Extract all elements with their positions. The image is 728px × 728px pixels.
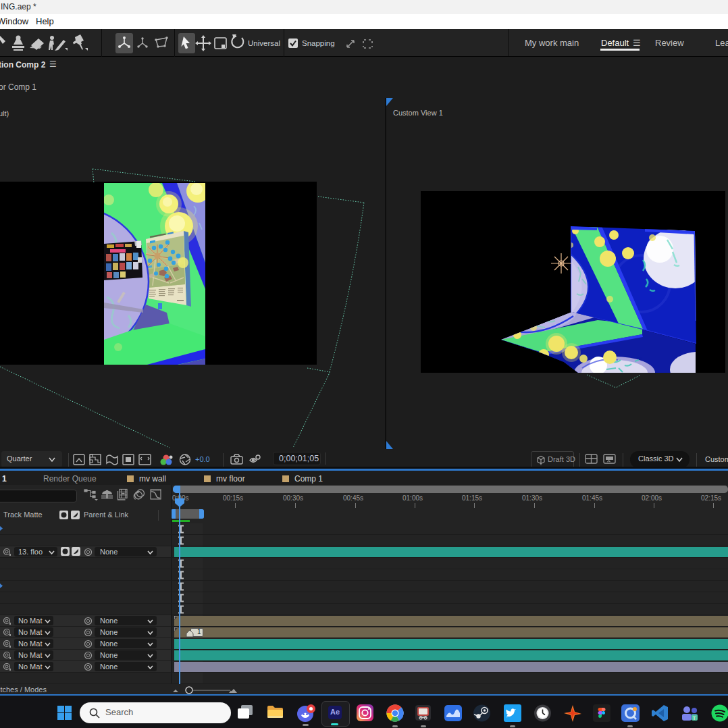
svg-text:Universal: Universal (248, 39, 280, 47)
svg-text:T: T (693, 715, 696, 721)
svg-text:ult): ult) (0, 109, 9, 118)
svg-text:Snapping: Snapping (302, 39, 335, 47)
svg-text:Custom View 1: Custom View 1 (393, 109, 443, 117)
